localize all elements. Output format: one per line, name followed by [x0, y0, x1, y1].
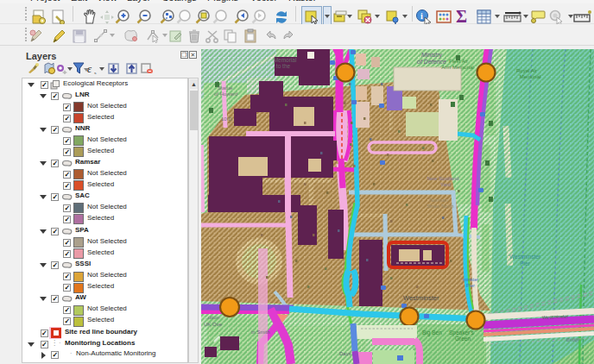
svg-text:i: i — [420, 11, 423, 21]
svg-text:Pier: Pier — [466, 283, 475, 288]
svg-text:Norman: Norman — [429, 198, 447, 203]
svg-text:ε: ε — [87, 62, 92, 75]
svg-text:New Scotland: New Scotland — [427, 176, 458, 181]
svg-text:Statue: Statue — [218, 85, 233, 91]
svg-text:10 D: 10 D — [221, 116, 232, 122]
svg-text:Yard: Yard — [440, 182, 451, 187]
svg-text:ₛ: ₛ — [94, 69, 97, 75]
svg-text:of Howard: of Howard — [214, 91, 237, 97]
svg-text:to the: to the — [276, 63, 291, 69]
svg-text:Memorial: Memorial — [274, 57, 297, 63]
svg-text:Arm Memorial: Arm Memorial — [441, 65, 473, 70]
svg-text:Westminster: Westminster — [509, 254, 541, 260]
svg-text:Westminster: Westminster — [403, 294, 439, 302]
svg-text:UK Ove: UK Ove — [204, 322, 223, 327]
svg-text:Bridge: Bridge — [566, 336, 580, 342]
svg-text:Ministry: Ministry — [421, 52, 443, 59]
svg-text:Pier: Pier — [520, 260, 530, 267]
svg-text:Royal Air: Royal Air — [516, 68, 537, 73]
svg-text:in Smith: in Smith — [251, 329, 270, 335]
svg-text:minster: minster — [463, 277, 478, 282]
svg-text:...ution: ...ution — [204, 315, 219, 320]
svg-text:Shaw North: Shaw North — [427, 204, 453, 209]
svg-text:of Defence: of Defence — [417, 59, 446, 65]
svg-text:Memorial: Memorial — [520, 74, 541, 79]
svg-text:Big Ben: Big Ben — [422, 329, 442, 336]
svg-text:Fleet Air: Fleet Air — [449, 59, 468, 64]
svg-text:Green: Green — [455, 336, 471, 342]
